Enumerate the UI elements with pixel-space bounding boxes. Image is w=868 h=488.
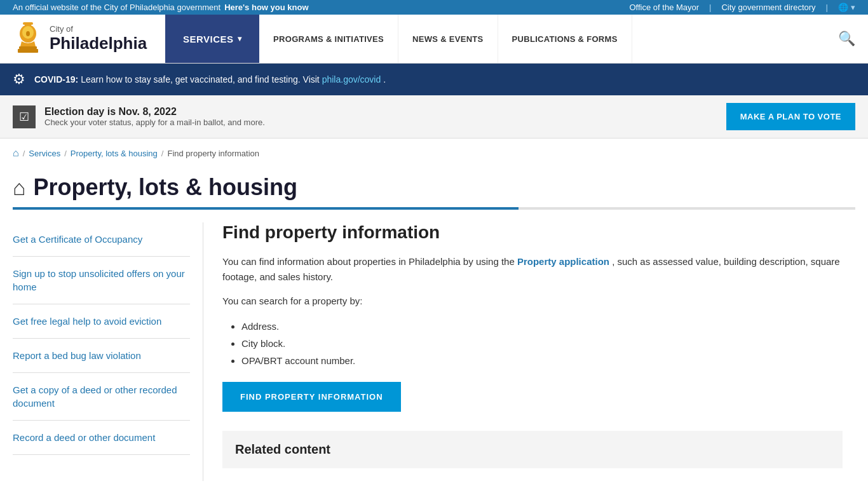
top-bar-left: An official website of the City of Phila… [13,3,309,12]
sidebar: Get a Certificate of Occupancy Sign up t… [13,222,203,481]
content-search-label: You can search for a property by: [222,294,843,309]
header: City of Philadelphia SERVICES ▾ PROGRAMS… [0,15,868,64]
nav-links: PROGRAMS & INITIATIVES NEWS & EVENTS PUB… [259,15,825,63]
svg-rect-0 [23,22,33,25]
city-directory-link[interactable]: City government directory [721,3,815,12]
logo-text: City of Philadelphia [50,24,147,53]
page-title: ⌂ Property, lots & housing [13,174,855,201]
sidebar-item-unsolicited[interactable]: Sign up to stop unsolicited offers on yo… [13,257,190,304]
sidebar-item-certificate[interactable]: Get a Certificate of Occupancy [13,222,190,257]
covid-message: Learn how to stay safe, get vaccinated, … [81,74,320,85]
find-property-button[interactable]: FIND PROPERTY INFORMATION [222,382,401,412]
election-subtitle: Check your voter status, apply for a mai… [44,118,265,127]
city-of-label: City of [50,24,147,34]
list-item: City block. [241,335,843,352]
content-intro: You can find information about propertie… [222,254,843,285]
programs-link[interactable]: PROGRAMS & INITIATIVES [259,15,398,63]
covid-banner: ⚙ COVID-19: Learn how to stay safe, get … [0,64,868,95]
election-text: Election day is Nov. 8, 2022 Check your … [44,106,265,127]
sidebar-item-legal[interactable]: Get free legal help to avoid eviction [13,304,190,339]
home-icon: ⌂ [13,147,19,158]
breadcrumb-current: Find property information [167,149,259,158]
breadcrumb-services-link[interactable]: Services [29,149,60,158]
main-content: Get a Certificate of Occupancy Sign up t… [0,210,868,481]
list-item: OPA/BRT account number. [241,352,843,369]
globe-icon: 🌐 [838,3,848,12]
city-logo-icon [13,21,43,57]
search-button[interactable]: 🔍 [825,15,868,63]
list-item: Address. [241,318,843,335]
property-app-link[interactable]: Property application [517,256,609,267]
page-title-area: ⌂ Property, lots & housing [0,168,868,201]
election-title: Election day is Nov. 8, 2022 [44,106,265,118]
svg-point-6 [26,31,30,36]
language-button[interactable]: 🌐 ▾ [838,3,855,12]
make-plan-button[interactable]: MAKE A PLAN TO VOTE [726,103,855,130]
logo-area: City of Philadelphia [0,15,165,63]
svg-rect-4 [19,46,37,49]
search-icon: 🔍 [838,30,855,47]
breadcrumb-home-link[interactable]: ⌂ [13,147,19,159]
publications-link[interactable]: PUBLICATIONS & FORMS [498,15,632,63]
content-list: Address. City block. OPA/BRT account num… [222,318,843,369]
news-link[interactable]: NEWS & EVENTS [398,15,498,63]
services-chevron-icon: ▾ [238,34,242,43]
nav-area: SERVICES ▾ PROGRAMS & INITIATIVES NEWS &… [165,15,868,63]
sidebar-item-deed-copy[interactable]: Get a copy of a deed or other recorded d… [13,373,190,421]
covid-icon: ⚙ [13,71,25,88]
checkbox-icon: ☑ [19,110,29,124]
election-banner: ☑ Election day is Nov. 8, 2022 Check you… [0,95,868,139]
office-mayor-link[interactable]: Office of the Mayor [630,3,700,12]
related-content-header: Related content [222,431,843,468]
breadcrumb-property-link[interactable]: Property, lots & housing [71,149,158,158]
content-intro-text: You can find information about propertie… [222,256,515,267]
content-area: Find property information You can find i… [203,222,855,481]
philadelphia-label: Philadelphia [50,34,147,53]
top-bar: An official website of the City of Phila… [0,0,868,15]
house-icon: ⌂ [13,175,26,200]
sidebar-item-deed-record[interactable]: Record a deed or other document [13,421,190,455]
covid-link[interactable]: phila.gov/covid [322,74,381,85]
breadcrumb: ⌂ / Services / Property, lots & housing … [0,139,868,168]
svg-rect-5 [18,49,38,53]
covid-text: COVID-19: Learn how to stay safe, get va… [34,74,386,85]
services-label: SERVICES [183,34,234,44]
official-text: An official website of the City of Phila… [13,3,220,12]
page-title-text: Property, lots & housing [34,174,297,201]
services-menu[interactable]: SERVICES ▾ [165,15,259,63]
election-left: ☑ Election day is Nov. 8, 2022 Check you… [13,105,265,128]
heres-how-link[interactable]: Here's how you know [224,3,308,12]
election-icon: ☑ [13,105,36,128]
content-title: Find property information [222,222,843,243]
sidebar-item-bedbug[interactable]: Report a bed bug law violation [13,339,190,373]
covid-label: COVID-19: [34,74,78,85]
chevron-down-icon: ▾ [851,3,855,12]
top-bar-right: Office of the Mayor | City government di… [630,3,856,12]
related-title: Related content [235,442,330,456]
